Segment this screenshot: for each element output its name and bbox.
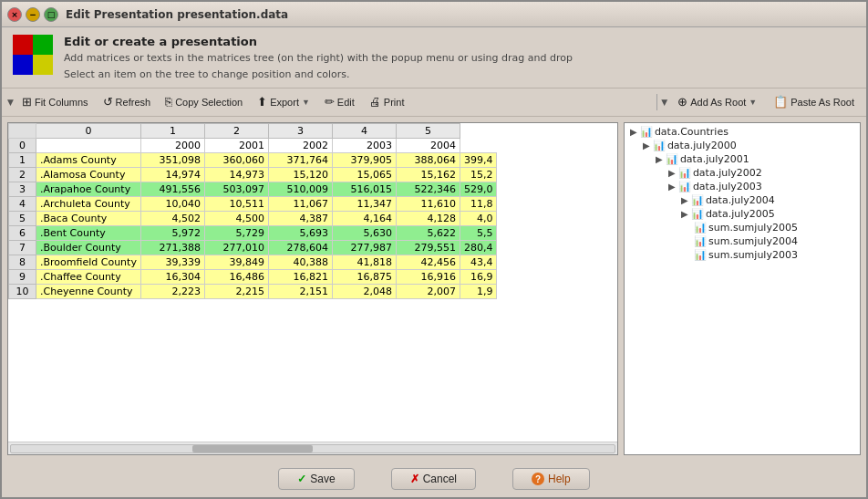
cell-5-0: 5,972 bbox=[140, 225, 204, 240]
maximize-button[interactable]: □ bbox=[44, 7, 58, 22]
cell-7-3: 41,818 bbox=[332, 255, 396, 269]
col-header-1: 1 bbox=[140, 123, 204, 138]
cell-name-3: .Archuleta County bbox=[36, 196, 141, 211]
cell-4-5: 4,0 bbox=[460, 211, 497, 225]
row-header-9: 9 bbox=[9, 269, 36, 284]
cell-name-1: .Alamosa County bbox=[36, 167, 141, 182]
cell-8-2: 16,821 bbox=[268, 269, 332, 284]
cell-3-1: 10,511 bbox=[204, 196, 268, 211]
toolbar-separator bbox=[656, 94, 657, 110]
tree-item-9[interactable]: 📊sum.sumjuly2003 bbox=[626, 248, 858, 262]
row-header-10: 10 bbox=[9, 284, 36, 298]
tree-item-1[interactable]: ▶ 📊data.july2000 bbox=[626, 139, 858, 152]
cell-2-4: 522,346 bbox=[396, 182, 460, 196]
close-button[interactable]: × bbox=[7, 7, 22, 22]
col-header-5: 5 bbox=[396, 123, 460, 138]
tree-item-icon-9: 📊 bbox=[694, 249, 707, 261]
main-area: 0 1 2 3 4 5 0 2000 2001 2002 bbox=[2, 117, 866, 461]
tree-item-8[interactable]: 📊sum.sumjuly2004 bbox=[626, 234, 858, 248]
window-title: Edit Presentation presentation.data bbox=[66, 8, 288, 21]
row-header-3: 3 bbox=[9, 182, 36, 196]
tree-item-4[interactable]: ▶ 📊data.july2003 bbox=[626, 180, 858, 193]
help-q-icon: ? bbox=[532, 473, 544, 485]
cancel-button[interactable]: ✗ Cancel bbox=[391, 468, 476, 490]
cell-8-1: 16,486 bbox=[204, 269, 268, 284]
edit-button[interactable]: ✏ Edit bbox=[318, 92, 361, 111]
cell-4-4: 4,128 bbox=[396, 211, 460, 225]
paste-as-root-button[interactable]: 📋 Paste As Root bbox=[767, 92, 861, 111]
cell-name-7: .Broomfield County bbox=[36, 255, 141, 269]
tree-toolbar-dropdown-arrow[interactable]: ▼ bbox=[661, 98, 667, 107]
sub-header-col0 bbox=[36, 138, 141, 152]
tree-content[interactable]: ▶ 📊data.Countries▶ 📊data.july2000▶ 📊data… bbox=[625, 123, 860, 454]
header-title: Edit or create a presentation bbox=[64, 35, 573, 48]
cell-7-5: 43,4 bbox=[460, 255, 497, 269]
help-button[interactable]: ? Help bbox=[512, 468, 590, 490]
toolbar-dropdown-arrow[interactable]: ▼ bbox=[7, 98, 14, 107]
col-header-3: 3 bbox=[268, 123, 332, 138]
cell-3-5: 11,8 bbox=[460, 196, 497, 211]
fit-columns-icon: ⊞ bbox=[22, 95, 32, 109]
table-scroll[interactable]: 0 1 2 3 4 5 0 2000 2001 2002 bbox=[8, 123, 617, 442]
add-as-root-button[interactable]: ⊕ Add As Root ▼ bbox=[671, 92, 763, 111]
tree-item-label-4: data.july2003 bbox=[693, 181, 762, 192]
tree-item-label-9: sum.sumjuly2003 bbox=[708, 249, 798, 261]
copy-selection-button[interactable]: ⎘ Copy Selection bbox=[159, 92, 249, 111]
tree-panel: ▶ 📊data.Countries▶ 📊data.july2000▶ 📊data… bbox=[624, 122, 861, 455]
tree-item-6[interactable]: ▶ 📊data.july2005 bbox=[626, 207, 858, 221]
edit-icon: ✏ bbox=[325, 95, 335, 109]
tree-item-7[interactable]: 📊sum.sumjuly2005 bbox=[626, 221, 858, 234]
save-button[interactable]: ✓ Save bbox=[278, 468, 354, 490]
tree-item-3[interactable]: ▶ 📊data.july2002 bbox=[626, 166, 858, 180]
sub-header-col1: 2000 bbox=[140, 138, 204, 152]
header-text: Edit or create a presentation Add matric… bbox=[64, 35, 573, 82]
cell-name-0: .Adams County bbox=[36, 152, 141, 167]
tree-item-icon-0: ▶ 📊 bbox=[630, 126, 653, 138]
data-table: 0 1 2 3 4 5 0 2000 2001 2002 bbox=[8, 123, 497, 299]
data-table-container: 0 1 2 3 4 5 0 2000 2001 2002 bbox=[7, 122, 618, 455]
refresh-icon: ↺ bbox=[103, 95, 113, 109]
tree-item-0[interactable]: ▶ 📊data.Countries bbox=[626, 125, 858, 139]
cell-1-3: 15,065 bbox=[332, 167, 396, 182]
header-desc-2: Select an item on the tree to change pos… bbox=[64, 68, 573, 81]
cell-2-3: 516,015 bbox=[332, 182, 396, 196]
col-header-4: 4 bbox=[332, 123, 396, 138]
tree-item-5[interactable]: ▶ 📊data.july2004 bbox=[626, 193, 858, 207]
row-header-8: 8 bbox=[9, 255, 36, 269]
minimize-button[interactable]: − bbox=[26, 7, 40, 22]
tree-item-label-8: sum.sumjuly2004 bbox=[708, 235, 798, 247]
sub-header-col4: 2003 bbox=[332, 138, 396, 152]
titlebar-buttons: × − □ bbox=[7, 7, 58, 22]
hscroll-track[interactable] bbox=[10, 444, 615, 453]
cell-3-3: 11,347 bbox=[332, 196, 396, 211]
cell-7-4: 42,456 bbox=[396, 255, 460, 269]
refresh-button[interactable]: ↺ Refresh bbox=[97, 92, 158, 111]
col-header-2: 2 bbox=[204, 123, 268, 138]
cell-9-1: 2,215 bbox=[204, 284, 268, 298]
cancel-label: Cancel bbox=[423, 473, 457, 485]
cell-9-2: 2,151 bbox=[268, 284, 332, 298]
cell-6-3: 277,987 bbox=[332, 240, 396, 255]
fit-columns-button[interactable]: ⊞ Fit Columns bbox=[16, 92, 95, 111]
cell-name-9: .Cheyenne County bbox=[36, 284, 141, 298]
export-button[interactable]: ⬆ Export ▼ bbox=[251, 92, 316, 111]
tree-item-label-0: data.Countries bbox=[655, 126, 728, 138]
copy-icon: ⎘ bbox=[165, 95, 172, 109]
cell-0-4: 388,064 bbox=[396, 152, 460, 167]
tree-item-label-5: data.july2004 bbox=[706, 194, 775, 206]
tree-item-label-3: data.july2002 bbox=[693, 167, 762, 179]
horizontal-scrollbar[interactable] bbox=[8, 442, 617, 454]
cell-8-4: 16,916 bbox=[396, 269, 460, 284]
add-root-icon: ⊕ bbox=[677, 95, 687, 109]
hscroll-thumb[interactable] bbox=[192, 445, 313, 452]
cell-6-2: 278,604 bbox=[268, 240, 332, 255]
titlebar: × − □ Edit Presentation presentation.dat… bbox=[2, 2, 866, 27]
cell-6-0: 271,388 bbox=[140, 240, 204, 255]
cell-5-5: 5,5 bbox=[460, 225, 497, 240]
tree-item-2[interactable]: ▶ 📊data.july2001 bbox=[626, 152, 858, 166]
cell-3-4: 11,610 bbox=[396, 196, 460, 211]
print-button[interactable]: 🖨 Print bbox=[363, 92, 411, 111]
sub-header-col5: 2004 bbox=[396, 138, 460, 152]
save-check-icon: ✓ bbox=[297, 473, 306, 485]
cell-1-2: 15,120 bbox=[268, 167, 332, 182]
